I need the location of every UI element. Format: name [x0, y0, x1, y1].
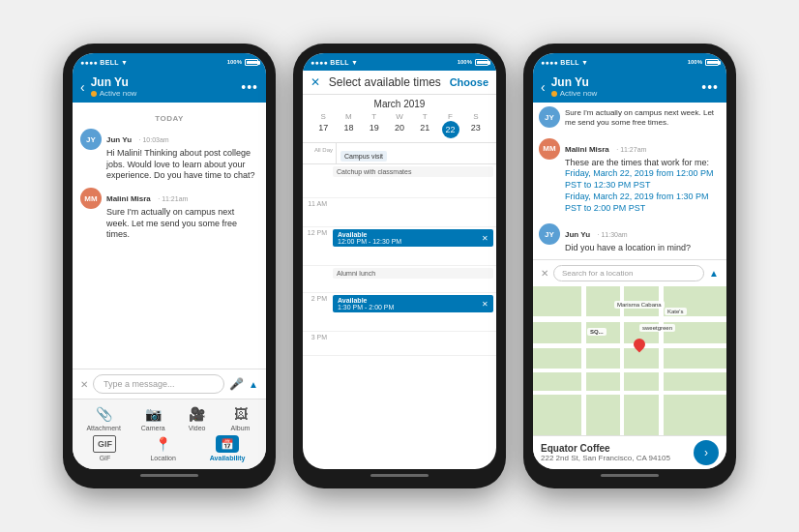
- calendar-header: ✕ Select available times Choose: [303, 71, 496, 95]
- message-row-3-1: MM Malini Misra · 11:27am These are the …: [539, 138, 721, 214]
- sender-0: Jun Yu: [106, 135, 132, 144]
- search-input-3[interactable]: Search for a location: [553, 265, 704, 281]
- available-link-2[interactable]: Friday, March 22, 2019 from 1:30 PM PST …: [565, 192, 721, 214]
- avatar-jun-3-2: JY: [539, 223, 560, 245]
- time-row-alumni: Alumni lunch: [303, 266, 496, 293]
- calendar-title: Select available times: [329, 75, 441, 89]
- time-row-catchup: Catchup with classmates: [303, 164, 496, 198]
- day-23[interactable]: 23: [463, 121, 488, 138]
- carrier-2: ●●●● BELL ▼: [311, 59, 358, 66]
- toolbar-album[interactable]: 🖼 Album: [229, 405, 252, 431]
- toolbar-availability[interactable]: 📅 Availability: [210, 435, 246, 461]
- battery-2: 100%: [458, 59, 488, 66]
- text-3-1: These are the times that work for me:: [565, 158, 721, 169]
- toolbar-video[interactable]: 🎥 Video: [186, 405, 209, 431]
- close-icon-input[interactable]: ✕: [80, 379, 88, 390]
- time-row-3pm: 3 PM: [303, 332, 496, 356]
- road-v-3: [659, 286, 664, 435]
- availability-icon: 📅: [216, 435, 239, 453]
- phone-3-screen: ●●●● BELL ▼ 100% ‹ Jun Yu Active now •••: [533, 53, 726, 469]
- more-button-1[interactable]: •••: [241, 79, 258, 95]
- back-button-3[interactable]: ‹: [541, 79, 546, 95]
- home-indicator-2: [370, 474, 429, 477]
- day-22[interactable]: 22: [442, 121, 459, 138]
- remove-available-2[interactable]: ✕: [482, 300, 488, 309]
- avatar-jun-3: JY: [539, 106, 560, 128]
- toolbar-location[interactable]: 📍 Location: [150, 435, 175, 461]
- message-input-1[interactable]: Type a message...: [93, 374, 224, 394]
- calendar-choose-button[interactable]: Choose: [450, 76, 488, 88]
- road-h-4: [533, 391, 726, 395]
- search-close-icon[interactable]: ✕: [541, 268, 548, 279]
- day-18[interactable]: 18: [336, 121, 361, 138]
- battery-3: 100%: [688, 59, 719, 66]
- location-address: 222 2nd St, San Francisco, CA 94105: [541, 454, 670, 462]
- contact-name-1: Jun Yu: [91, 75, 236, 89]
- time-3-1: · 11:27am: [616, 146, 646, 153]
- location-footer: Equator Coffee 222 2nd St, San Francisco…: [533, 435, 726, 469]
- time-3-2: · 11:30am: [598, 231, 628, 238]
- text-3-2: Did you have a location in mind?: [565, 243, 721, 254]
- day-header-f: F: [437, 112, 462, 121]
- album-icon: 🖼: [229, 405, 252, 423]
- header-3: ‹ Jun Yu Active now •••: [533, 71, 726, 103]
- map-label-3: Kate's: [665, 308, 687, 315]
- mic-icon-1[interactable]: 🎤: [229, 377, 244, 391]
- time-3pm: 3 PM: [303, 332, 330, 355]
- day-17[interactable]: 17: [311, 121, 336, 138]
- day-19[interactable]: 19: [362, 121, 387, 138]
- map-pin: [632, 336, 648, 352]
- calendar-grid: March 2019 S M T W T F S 17 18 19 20 21 …: [303, 95, 496, 143]
- phone-1-screen: ●●●● BELL ▼ 100% ‹ Jun Yu Active now •••: [73, 53, 266, 469]
- time-2pm: 2 PM: [303, 293, 330, 331]
- back-button-1[interactable]: ‹: [80, 79, 85, 95]
- message-row-1: MM Malini Misra · 11:21am Sure I'm actua…: [80, 188, 258, 241]
- day-21[interactable]: 21: [412, 121, 437, 138]
- status-bar-3: ●●●● BELL ▼ 100%: [533, 53, 726, 71]
- available-block-2: Available 1:30 PM - 2:00 PM ✕: [333, 295, 493, 312]
- more-button-3[interactable]: •••: [701, 79, 719, 95]
- toolbar-camera[interactable]: 📷 Camera: [141, 405, 165, 431]
- chevron-up-icon-3[interactable]: ▲: [709, 268, 719, 279]
- send-icon: ›: [704, 446, 708, 459]
- text-3-top: Sure I'm actually on campus next week. L…: [565, 108, 721, 129]
- attachment-icon: 📎: [92, 405, 115, 423]
- available-time-1: 12:00 PM - 12:30 PM: [338, 238, 401, 245]
- road-h-3: [533, 369, 726, 372]
- available-link-1[interactable]: Friday, March 22, 2019 from 12:00 PM PST…: [565, 168, 721, 191]
- album-label: Album: [231, 425, 251, 431]
- availability-label: Availability: [210, 455, 246, 461]
- available-block-1: Available 12:00 PM - 12:30 PM ✕: [333, 229, 493, 247]
- home-indicator-1: [140, 474, 198, 477]
- calendar-close-button[interactable]: ✕: [311, 75, 320, 89]
- text-1: Sure I'm actually on campus next week. L…: [106, 207, 258, 241]
- slot-2pm: Available 1:30 PM - 2:00 PM ✕: [330, 293, 496, 331]
- status-bar-1: ●●●● BELL ▼ 100%: [73, 53, 266, 71]
- phone-3: ●●●● BELL ▼ 100% ‹ Jun Yu Active now •••: [523, 44, 736, 488]
- day-headers: S M T W T F S: [311, 112, 488, 121]
- battery-icon-2: [475, 59, 488, 66]
- video-label: Video: [189, 425, 206, 431]
- location-info: Equator Coffee 222 2nd St, San Francisco…: [541, 443, 670, 462]
- allday-event: Campus visit: [337, 143, 496, 163]
- home-indicator-3: [601, 474, 659, 477]
- toolbar-attachment[interactable]: 📎 Attachment: [86, 405, 120, 431]
- chevron-up-icon[interactable]: ▲: [249, 379, 258, 390]
- remove-available-1[interactable]: ✕: [482, 234, 488, 243]
- time-row-12pm: 12 PM Available 12:00 PM - 12:30 PM ✕: [303, 227, 496, 266]
- header-1: ‹ Jun Yu Active now •••: [73, 71, 266, 103]
- slot-12pm: Available 12:00 PM - 12:30 PM ✕: [330, 227, 496, 265]
- phone-2: ●●●● BELL ▼ 100% ✕ Select available time…: [293, 44, 506, 488]
- send-location-button[interactable]: ›: [694, 440, 719, 465]
- gif-label: GIF: [100, 455, 111, 461]
- time-12pm: 12 PM: [303, 227, 330, 265]
- day-20[interactable]: 20: [387, 121, 412, 138]
- toolbar-gif[interactable]: GIF GIF: [93, 435, 116, 461]
- available-text-1: Available 12:00 PM - 12:30 PM: [338, 231, 401, 245]
- location-name: Equator Coffee: [541, 443, 670, 454]
- sender-1: Malini Misra: [106, 194, 151, 203]
- message-bubble-0: Jun Yu · 10:03am Hi Malini! Thinking abo…: [106, 129, 258, 182]
- location-icon: 📍: [152, 435, 175, 453]
- message-bubble-3-1: Malini Misra · 11:27am These are the tim…: [565, 138, 721, 214]
- available-label-1: Available: [338, 231, 401, 238]
